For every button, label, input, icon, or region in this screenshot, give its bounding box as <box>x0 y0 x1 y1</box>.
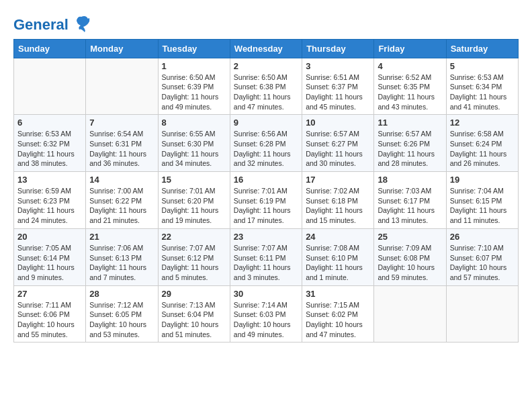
day-info: Sunrise: 6:54 AM Sunset: 6:31 PM Dayligh… <box>89 129 154 169</box>
calendar-table: SundayMondayTuesdayWednesdayThursdayFrid… <box>13 39 519 343</box>
day-number: 20 <box>17 232 82 242</box>
day-info: Sunrise: 6:51 AM Sunset: 6:37 PM Dayligh… <box>306 73 370 112</box>
calendar-cell: 27 Sunrise: 7:11 AM Sunset: 6:06 PM Dayl… <box>14 285 86 342</box>
day-number: 28 <box>89 289 154 299</box>
calendar-cell: 21 Sunrise: 7:06 AM Sunset: 6:13 PM Dayl… <box>86 228 158 285</box>
calendar-cell: 15 Sunrise: 7:01 AM Sunset: 6:20 PM Dayl… <box>158 172 230 229</box>
calendar-cell: 8 Sunrise: 6:55 AM Sunset: 6:30 PM Dayli… <box>158 115 230 172</box>
day-number: 1 <box>162 61 226 71</box>
day-info: Sunrise: 7:14 AM Sunset: 6:03 PM Dayligh… <box>234 300 298 340</box>
day-info: Sunrise: 7:01 AM Sunset: 6:19 PM Dayligh… <box>234 186 298 226</box>
calendar-cell <box>446 285 518 342</box>
day-info: Sunrise: 7:05 AM Sunset: 6:14 PM Dayligh… <box>17 243 82 283</box>
calendar-cell: 23 Sunrise: 7:07 AM Sunset: 6:11 PM Dayl… <box>230 228 302 285</box>
calendar-header-row: SundayMondayTuesdayWednesdayThursdayFrid… <box>14 39 519 58</box>
day-number: 10 <box>306 118 370 128</box>
calendar-cell: 2 Sunrise: 6:50 AM Sunset: 6:38 PM Dayli… <box>230 58 302 115</box>
day-info: Sunrise: 6:59 AM Sunset: 6:23 PM Dayligh… <box>17 186 82 226</box>
calendar-cell: 9 Sunrise: 6:56 AM Sunset: 6:28 PM Dayli… <box>230 115 302 172</box>
day-info: Sunrise: 6:52 AM Sunset: 6:35 PM Dayligh… <box>378 73 442 112</box>
day-number: 26 <box>450 232 515 242</box>
day-info: Sunrise: 6:57 AM Sunset: 6:27 PM Dayligh… <box>306 129 370 169</box>
calendar-cell: 29 Sunrise: 7:13 AM Sunset: 6:04 PM Dayl… <box>158 285 230 342</box>
day-info: Sunrise: 7:04 AM Sunset: 6:15 PM Dayligh… <box>450 186 515 226</box>
calendar-cell: 26 Sunrise: 7:10 AM Sunset: 6:07 PM Dayl… <box>446 228 518 285</box>
day-info: Sunrise: 6:56 AM Sunset: 6:28 PM Dayligh… <box>234 129 298 169</box>
header: General <box>13 13 519 32</box>
day-info: Sunrise: 7:06 AM Sunset: 6:13 PM Dayligh… <box>89 243 154 283</box>
calendar-cell <box>86 58 158 115</box>
calendar-cell: 1 Sunrise: 6:50 AM Sunset: 6:39 PM Dayli… <box>158 58 230 115</box>
day-number: 21 <box>89 232 154 242</box>
logo-text-general: General <box>13 16 69 33</box>
calendar-body: 1 Sunrise: 6:50 AM Sunset: 6:39 PM Dayli… <box>14 58 519 342</box>
weekday-header: Saturday <box>446 39 518 58</box>
calendar-week-row: 6 Sunrise: 6:53 AM Sunset: 6:32 PM Dayli… <box>14 115 519 172</box>
calendar-cell: 4 Sunrise: 6:52 AM Sunset: 6:35 PM Dayli… <box>374 58 446 115</box>
calendar-cell: 11 Sunrise: 6:57 AM Sunset: 6:26 PM Dayl… <box>374 115 446 172</box>
weekday-header: Thursday <box>302 39 374 58</box>
day-info: Sunrise: 6:58 AM Sunset: 6:24 PM Dayligh… <box>450 129 515 169</box>
day-number: 15 <box>162 175 226 185</box>
day-info: Sunrise: 6:50 AM Sunset: 6:38 PM Dayligh… <box>234 73 298 112</box>
day-number: 29 <box>162 289 226 299</box>
day-info: Sunrise: 7:09 AM Sunset: 6:08 PM Dayligh… <box>378 243 442 283</box>
day-info: Sunrise: 6:50 AM Sunset: 6:39 PM Dayligh… <box>162 73 226 112</box>
day-number: 4 <box>378 61 442 71</box>
day-info: Sunrise: 7:07 AM Sunset: 6:11 PM Dayligh… <box>234 243 298 283</box>
day-info: Sunrise: 6:55 AM Sunset: 6:30 PM Dayligh… <box>162 129 226 169</box>
day-number: 14 <box>89 175 154 185</box>
logo-bird-icon <box>71 13 91 36</box>
day-number: 11 <box>378 118 442 128</box>
day-info: Sunrise: 7:00 AM Sunset: 6:22 PM Dayligh… <box>89 186 154 226</box>
calendar-cell: 31 Sunrise: 7:15 AM Sunset: 6:02 PM Dayl… <box>302 285 374 342</box>
calendar-cell: 28 Sunrise: 7:12 AM Sunset: 6:05 PM Dayl… <box>86 285 158 342</box>
day-number: 12 <box>450 118 515 128</box>
weekday-header: Wednesday <box>230 39 302 58</box>
day-number: 24 <box>306 232 370 242</box>
calendar-cell: 3 Sunrise: 6:51 AM Sunset: 6:37 PM Dayli… <box>302 58 374 115</box>
day-number: 9 <box>234 118 298 128</box>
day-number: 16 <box>234 175 298 185</box>
weekday-header: Friday <box>374 39 446 58</box>
calendar-cell: 7 Sunrise: 6:54 AM Sunset: 6:31 PM Dayli… <box>86 115 158 172</box>
day-number: 13 <box>17 175 82 185</box>
day-info: Sunrise: 7:02 AM Sunset: 6:18 PM Dayligh… <box>306 186 370 226</box>
day-number: 5 <box>450 61 515 71</box>
day-number: 2 <box>234 61 298 71</box>
day-info: Sunrise: 7:03 AM Sunset: 6:17 PM Dayligh… <box>378 186 442 226</box>
day-number: 6 <box>17 118 82 128</box>
calendar-cell: 10 Sunrise: 6:57 AM Sunset: 6:27 PM Dayl… <box>302 115 374 172</box>
calendar-cell: 13 Sunrise: 6:59 AM Sunset: 6:23 PM Dayl… <box>14 172 86 229</box>
day-info: Sunrise: 6:53 AM Sunset: 6:32 PM Dayligh… <box>17 129 82 169</box>
day-info: Sunrise: 7:13 AM Sunset: 6:04 PM Dayligh… <box>162 300 226 340</box>
calendar-cell: 30 Sunrise: 7:14 AM Sunset: 6:03 PM Dayl… <box>230 285 302 342</box>
calendar-cell <box>14 58 86 115</box>
day-info: Sunrise: 7:15 AM Sunset: 6:02 PM Dayligh… <box>306 300 370 340</box>
day-info: Sunrise: 7:07 AM Sunset: 6:12 PM Dayligh… <box>162 243 226 283</box>
calendar-week-row: 1 Sunrise: 6:50 AM Sunset: 6:39 PM Dayli… <box>14 58 519 115</box>
day-number: 23 <box>234 232 298 242</box>
calendar-cell <box>374 285 446 342</box>
day-number: 25 <box>378 232 442 242</box>
day-info: Sunrise: 7:10 AM Sunset: 6:07 PM Dayligh… <box>450 243 515 283</box>
day-number: 27 <box>17 289 82 299</box>
weekday-header: Sunday <box>14 39 86 58</box>
calendar-week-row: 20 Sunrise: 7:05 AM Sunset: 6:14 PM Dayl… <box>14 228 519 285</box>
day-number: 18 <box>378 175 442 185</box>
day-number: 17 <box>306 175 370 185</box>
day-info: Sunrise: 7:11 AM Sunset: 6:06 PM Dayligh… <box>17 300 82 340</box>
day-number: 30 <box>234 289 298 299</box>
day-number: 19 <box>450 175 515 185</box>
day-info: Sunrise: 7:08 AM Sunset: 6:10 PM Dayligh… <box>306 243 370 283</box>
day-number: 22 <box>162 232 226 242</box>
calendar-week-row: 13 Sunrise: 6:59 AM Sunset: 6:23 PM Dayl… <box>14 172 519 229</box>
day-number: 7 <box>89 118 154 128</box>
calendar-cell: 12 Sunrise: 6:58 AM Sunset: 6:24 PM Dayl… <box>446 115 518 172</box>
day-info: Sunrise: 7:12 AM Sunset: 6:05 PM Dayligh… <box>89 300 154 340</box>
day-number: 3 <box>306 61 370 71</box>
weekday-header: Tuesday <box>158 39 230 58</box>
day-info: Sunrise: 6:53 AM Sunset: 6:34 PM Dayligh… <box>450 73 515 112</box>
calendar-cell: 14 Sunrise: 7:00 AM Sunset: 6:22 PM Dayl… <box>86 172 158 229</box>
day-number: 8 <box>162 118 226 128</box>
